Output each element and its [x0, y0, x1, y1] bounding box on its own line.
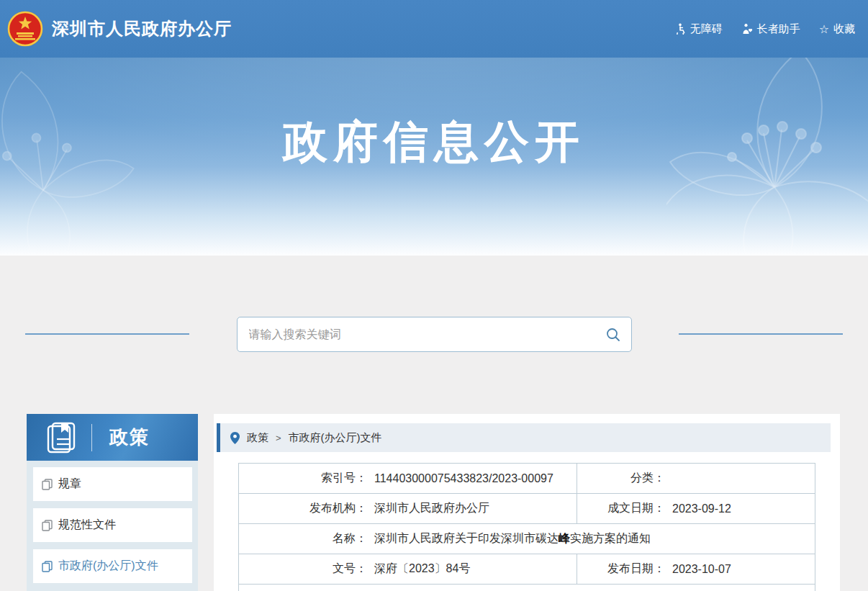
- sidebar-item-municipal-government-documents[interactable]: 市政府(办公厅)文件: [33, 549, 192, 583]
- search-icon: [605, 327, 621, 343]
- accessibility-link[interactable]: 无障碍: [674, 22, 723, 36]
- table-row-docnumber-publishdate: 文号： 深府〔2023〕84号 发布日期： 2023-10-07: [239, 554, 815, 584]
- favorite-link[interactable]: ☆ 收藏: [819, 22, 855, 36]
- publisher-cell: 发布机构： 深圳市人民政府办公厅: [239, 494, 577, 523]
- decor-line-left: [25, 333, 189, 335]
- name-text-before: 深圳市人民政府关于印发深圳市碳达: [374, 532, 559, 544]
- content-row: 政策 规章 规范性文件: [27, 414, 840, 591]
- category-label: 分类：: [577, 471, 665, 486]
- document-icon: [42, 561, 53, 572]
- category-cell: 分类：: [577, 464, 815, 493]
- document-info-table: 索引号： 114403000075433823/2023-00097 分类： 发…: [238, 463, 815, 591]
- publish-date-label: 发布日期：: [577, 561, 665, 577]
- elder-assistant-label: 长者助手: [757, 22, 800, 36]
- doc-number-value: 深府〔2023〕84号: [374, 561, 470, 577]
- publish-date-cell: 发布日期： 2023-10-07: [577, 554, 815, 584]
- policy-book-icon: [47, 422, 77, 454]
- index-label: 索引号：: [239, 471, 367, 486]
- breadcrumb-separator: >: [276, 433, 281, 443]
- elder-assistant-link[interactable]: 长者助手: [741, 22, 800, 36]
- name-text-after: 实施方案的通知: [570, 532, 651, 544]
- national-emblem-logo: [7, 11, 43, 47]
- doc-number-label: 文号：: [239, 561, 367, 577]
- sidebar: 政策 规章 规范性文件: [27, 414, 198, 591]
- search-section: [0, 256, 868, 352]
- star-icon: ☆: [819, 22, 829, 36]
- publisher-label: 发布机构：: [239, 501, 367, 516]
- document-icon: [42, 520, 53, 531]
- site-title: 深圳市人民政府办公厅: [52, 17, 232, 40]
- written-date-cell: 成文日期： 2023-09-12: [577, 494, 815, 523]
- top-header: 深圳市人民政府办公厅 无障碍 长者助手 ☆ 收藏: [0, 0, 868, 58]
- breadcrumb-item-policy[interactable]: 政策: [247, 431, 268, 445]
- sidebar-item-label: 市政府(办公厅)文件: [58, 559, 158, 574]
- sidebar-menu: 规章 规范性文件 市政府(办公厅)文件: [27, 461, 198, 591]
- sidebar-header-divider: [91, 424, 92, 451]
- banner: 政府信息公开: [0, 58, 868, 256]
- table-row-partial: [239, 584, 815, 591]
- sidebar-item-label: 规范性文件: [58, 518, 116, 533]
- publisher-value: 深圳市人民政府办公厅: [374, 501, 489, 516]
- favorite-label: 收藏: [833, 22, 855, 36]
- name-cell: 名称： 深圳市人民政府关于印发深圳市碳达峰实施方案的通知: [239, 524, 815, 554]
- table-row-publisher-date: 发布机构： 深圳市人民政府办公厅 成文日期： 2023-09-12: [239, 493, 815, 523]
- decor-line-right: [679, 333, 843, 335]
- accessibility-label: 无障碍: [690, 22, 723, 36]
- name-highlighted-keyword: 峰: [559, 532, 570, 544]
- search-button[interactable]: [605, 327, 621, 343]
- page-title: 政府信息公开: [0, 112, 868, 172]
- search-input[interactable]: [248, 328, 605, 342]
- name-label: 名称：: [239, 531, 367, 546]
- document-icon: [42, 479, 53, 490]
- document-name: 深圳市人民政府关于印发深圳市碳达峰实施方案的通知: [374, 531, 651, 546]
- elder-assistant-icon: [741, 23, 753, 35]
- table-row-index-category: 索引号： 114403000075433823/2023-00097 分类：: [239, 464, 815, 493]
- table-row-name: 名称： 深圳市人民政府关于印发深圳市碳达峰实施方案的通知: [239, 523, 815, 554]
- publish-date-value: 2023-10-07: [672, 563, 731, 576]
- accessibility-icon: [674, 23, 686, 35]
- header-links: 无障碍 长者助手 ☆ 收藏: [674, 22, 855, 36]
- doc-number-cell: 文号： 深府〔2023〕84号: [239, 554, 577, 584]
- written-date-value: 2023-09-12: [672, 502, 731, 515]
- sidebar-header: 政策: [27, 414, 198, 461]
- sidebar-item-label: 规章: [58, 477, 81, 492]
- written-date-label: 成文日期：: [577, 501, 665, 516]
- breadcrumb: 政策 > 市政府(办公厅)文件: [217, 423, 831, 452]
- index-value: 114403000075433823/2023-00097: [374, 472, 553, 485]
- search-box: [237, 317, 632, 352]
- location-pin-icon: [230, 432, 240, 444]
- sidebar-title: 政策: [109, 425, 150, 450]
- index-cell: 索引号： 114403000075433823/2023-00097: [239, 464, 577, 493]
- sidebar-item-regulations[interactable]: 规章: [33, 467, 192, 501]
- main-panel: 政策 > 市政府(办公厅)文件 索引号： 114403000075433823/…: [214, 414, 840, 591]
- breadcrumb-item-current[interactable]: 市政府(办公厅)文件: [289, 431, 382, 445]
- sidebar-item-normative-documents[interactable]: 规范性文件: [33, 508, 192, 542]
